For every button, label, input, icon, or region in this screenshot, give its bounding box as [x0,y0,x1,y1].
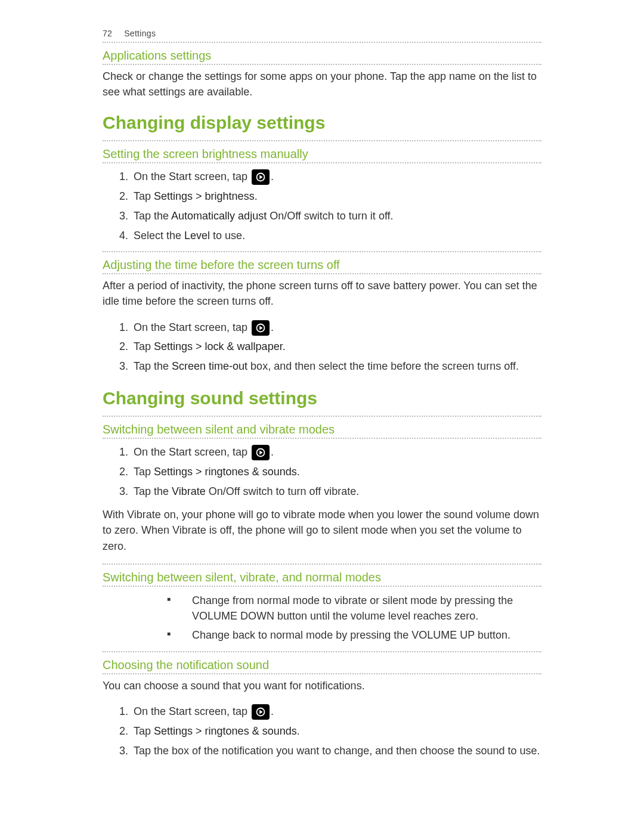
heading-sound: Changing sound settings [103,388,541,408]
steps-notification: On the Start screen, tap .Tap Settings >… [103,703,541,759]
divider [103,438,541,439]
step-item: Select the Level to use. [131,227,541,244]
emphasized-term: Screen time-out [172,360,247,372]
step-item: Tap Settings > lock & wallpaper. [131,338,541,355]
emphasized-term: Settings > ringtones & sounds [154,466,297,478]
divider [103,651,541,652]
sub-heading-brightness: Setting the screen brightness manually [103,147,541,161]
divider [103,42,541,43]
step-item: Tap the Screen time-out box, and then se… [131,358,541,375]
steps-silent-vibrate: On the Start screen, tap .Tap Settings >… [103,444,541,500]
emphasized-term: Vibrate [172,485,206,497]
step-item: Tap Settings > ringtones & sounds. [131,463,541,481]
page-number: 72 [103,29,122,38]
sub-heading-silent-vibrate: Switching between silent and vibrate mod… [103,423,541,436]
svg-marker-7 [259,710,262,714]
bullets-modes: Change from normal mode to vibrate or si… [103,593,541,643]
divider [103,140,541,141]
emphasized-term: Automatically adjust [171,210,267,222]
emphasized-term: Settings > lock & wallpaper [154,340,283,352]
heading-display: Changing display settings [103,113,541,133]
step-item: Tap Settings > ringtones & sounds. [131,723,541,740]
divider [103,673,541,674]
sub-heading-applications: Applications settings [103,49,541,63]
step-item: Tap Settings > brightness. [131,188,541,205]
sub-heading-modes: Switching between silent, vibrate, and n… [103,571,541,584]
arrow-right-icon [252,704,270,720]
step-item: On the Start screen, tap . [131,703,541,720]
svg-marker-3 [259,326,262,330]
steps-timeout: On the Start screen, tap .Tap Settings >… [103,319,541,375]
divider [103,162,541,163]
step-item: Tap the box of the notification you want… [131,742,541,760]
steps-brightness: On the Start screen, tap .Tap Settings >… [103,168,541,244]
divider [103,251,541,252]
emphasized-term: Settings > brightness [154,190,255,202]
step-item: Tap the Automatically adjust On/Off swit… [131,208,541,225]
step-item: On the Start screen, tap . [131,168,541,185]
arrow-right-icon [252,320,270,336]
divider [103,586,541,587]
bullet-item: Change back to normal mode by pressing t… [103,627,541,643]
arrow-right-icon [252,445,270,460]
arrow-right-icon [252,169,270,185]
running-header: 72 Settings [103,29,541,38]
step-item: Tap the Vibrate On/Off switch to turn of… [131,483,541,500]
divider [103,273,541,274]
bullet-item: Change from normal mode to vibrate or si… [103,593,541,624]
step-item: On the Start screen, tap . [131,319,541,336]
sub-heading-timeout: Adjusting the time before the screen tur… [103,258,541,272]
body-notification-intro: You can choose a sound that you want for… [103,678,541,693]
body-applications: Check or change the settings for some ap… [103,69,541,100]
sub-heading-notification: Choosing the notification sound [103,658,541,672]
divider [103,563,541,565]
emphasized-term: Settings > ringtones & sounds [154,725,297,737]
step-item: On the Start screen, tap . [131,444,541,461]
body-vibrate-note: With Vibrate on, your phone will go to v… [103,507,541,553]
body-timeout-intro: After a period of inactivity, the phone … [103,278,541,309]
svg-marker-1 [259,175,262,179]
divider [103,416,541,417]
svg-marker-5 [259,451,262,455]
divider [103,64,541,65]
emphasized-term: Level [184,230,210,241]
header-section: Settings [124,29,156,38]
document-page: 72 Settings Applications settings Check … [0,0,644,814]
